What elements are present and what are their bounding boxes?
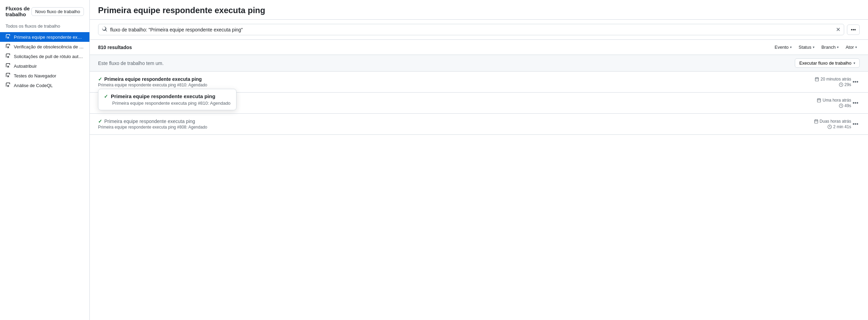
sidebar-item-label: Verificação de obsolescência de 60 dias	[14, 44, 84, 49]
sidebar-item-item-analise[interactable]: Análise de CodeQL	[0, 81, 89, 90]
calendar-icon	[814, 119, 818, 123]
page-title: Primeira equipe respondente executa ping	[98, 6, 860, 15]
runs-list: ✓ Primeira equipe respondente executa pi…	[90, 72, 868, 320]
main-header: Primeira equipe respondente executa ping	[90, 0, 868, 20]
run-time: Uma hora atrás	[817, 98, 851, 103]
run-left: ✓ Primeira equipe respondente executa pi…	[98, 119, 814, 130]
new-workflow-button[interactable]: Novo fluxo de trabalho	[31, 7, 84, 16]
sidebar-item-item-testes[interactable]: Testes do Navegador	[0, 71, 89, 81]
filter-evento-label: Evento	[775, 45, 789, 50]
search-clear-button[interactable]: ✕	[836, 26, 840, 33]
run-time: Duas horas atrás	[814, 119, 851, 124]
sidebar: Fluxos de trabalho Novo fluxo de trabalh…	[0, 0, 90, 320]
run-duration: 49s	[839, 103, 851, 108]
sidebar-item-label: Solicitações de pull de rótulo automátic…	[14, 54, 84, 59]
workflow-banner: Este fluxo de trabalho tem um. Executar …	[90, 55, 868, 72]
check-icon: ✓	[104, 94, 108, 99]
run-options-button[interactable]: •••	[851, 121, 860, 127]
chevron-down-icon: ▾	[813, 45, 814, 49]
dropdown-run-name: Primeira equipe respondente executa ping	[111, 93, 215, 99]
filter-ator-label: Ator	[846, 45, 854, 50]
sidebar-item-item-verificacao[interactable]: Verificação de obsolescência de 60 dias	[0, 42, 89, 51]
main-content: Primeira equipe respondente executa ping…	[90, 0, 868, 320]
run-right: 20 minutos atrás 29s	[815, 77, 851, 87]
sidebar-item-label: Primeira equipe respondente executa ping	[14, 35, 84, 40]
results-count: 810 resultados	[98, 45, 132, 50]
check-icon: ✓	[98, 76, 102, 82]
filter-status-button[interactable]: Status ▾	[796, 43, 817, 51]
run-workflow-button[interactable]: Executar fluxo de trabalho ▾	[795, 58, 860, 68]
sidebar-header: Fluxos de trabalho Novo fluxo de trabalh…	[0, 6, 89, 21]
run-item-run-810[interactable]: ✓ Primeira equipe respondente executa pi…	[90, 72, 868, 93]
calendar-icon	[817, 98, 821, 102]
filter-buttons: Evento ▾ Status ▾ Branch ▾ Ator ▾	[772, 43, 860, 51]
workflow-banner-text: Este fluxo de trabalho tem um.	[98, 60, 164, 66]
run-name: ✓ Primeira equipe respondente executa pi…	[98, 76, 815, 82]
run-dropdown-card: ✓ Primeira equipe respondente executa pi…	[98, 89, 237, 110]
chevron-down-icon: ▾	[837, 45, 839, 49]
run-options-button[interactable]: •••	[851, 100, 860, 106]
filter-branch-button[interactable]: Branch ▾	[819, 43, 841, 51]
workflow-icon	[6, 44, 11, 49]
sidebar-items-list: Primeira equipe respondente executa ping…	[0, 32, 89, 90]
search-bar-wrap: ✕ •••	[90, 20, 868, 40]
clock-icon	[839, 104, 843, 108]
run-time: 20 minutos atrás	[815, 77, 851, 82]
chevron-down-icon: ▾	[855, 45, 857, 49]
sidebar-all-workflows[interactable]: Todos os fluxos de trabalho	[0, 21, 89, 31]
workflow-icon	[6, 63, 11, 69]
filter-branch-label: Branch	[821, 45, 836, 50]
run-subtitle: Primeira equipe respondente executa ping…	[98, 83, 815, 87]
dropdown-card-title: ✓ Primeira equipe respondente executa pi…	[104, 93, 231, 99]
sidebar-item-item-solicitacoes[interactable]: Solicitações de pull de rótulo automátic…	[0, 51, 89, 61]
workflow-icon	[6, 54, 11, 59]
sidebar-item-label: Autoatribuir	[14, 64, 37, 69]
clock-icon	[839, 83, 843, 87]
run-options-button[interactable]: •••	[851, 79, 860, 85]
workflow-icon	[6, 83, 11, 88]
search-icon	[102, 26, 107, 33]
more-options-button[interactable]: •••	[847, 25, 860, 35]
search-input[interactable]	[110, 27, 833, 32]
search-bar: ✕	[98, 24, 844, 35]
chevron-down-icon: ▾	[853, 61, 855, 65]
sidebar-item-label: Testes do Navegador	[14, 73, 56, 78]
run-top-row: ✓ Primeira equipe respondente executa pi…	[98, 119, 860, 130]
sidebar-item-item-primeira[interactable]: Primeira equipe respondente executa ping	[0, 32, 89, 42]
filter-status-label: Status	[799, 45, 811, 50]
dropdown-run-sub: Primeira equipe respondente executa ping…	[112, 101, 231, 106]
results-bar: 810 resultados Evento ▾ Status ▾ Branch …	[90, 40, 868, 55]
filter-evento-button[interactable]: Evento ▾	[772, 43, 794, 51]
run-duration: 29s	[839, 82, 851, 87]
run-left: ✓ Primeira equipe respondente executa pi…	[98, 76, 815, 87]
filter-ator-button[interactable]: Ator ▾	[843, 43, 860, 51]
calendar-icon	[815, 77, 819, 81]
run-right: Uma hora atrás 49s	[817, 98, 851, 108]
sidebar-item-item-autoatribuir[interactable]: Autoatribuir	[0, 61, 89, 71]
run-workflow-label: Executar fluxo de trabalho	[799, 60, 851, 66]
run-right: Duas horas atrás 2 min 41s	[814, 119, 851, 129]
run-duration: 2 min 41s	[828, 124, 851, 129]
run-name-text: Primeira equipe respondente executa ping	[104, 119, 195, 124]
run-name-text: Primeira equipe respondente executa ping	[104, 76, 202, 82]
workflow-icon	[6, 34, 11, 40]
run-top-row: ✓ Primeira equipe respondente executa pi…	[98, 76, 860, 87]
sidebar-title: Fluxos de trabalho	[6, 6, 31, 17]
clock-icon	[828, 125, 832, 129]
run-item-run-808[interactable]: ✓ Primeira equipe respondente executa pi…	[90, 114, 868, 135]
run-name: ✓ Primeira equipe respondente executa pi…	[98, 119, 814, 124]
check-icon: ✓	[98, 119, 102, 124]
run-subtitle: Primeira equipe respondente executa ping…	[98, 125, 814, 130]
sidebar-item-label: Análise de CodeQL	[14, 83, 53, 88]
chevron-down-icon: ▾	[790, 45, 792, 49]
workflow-icon	[6, 73, 11, 78]
